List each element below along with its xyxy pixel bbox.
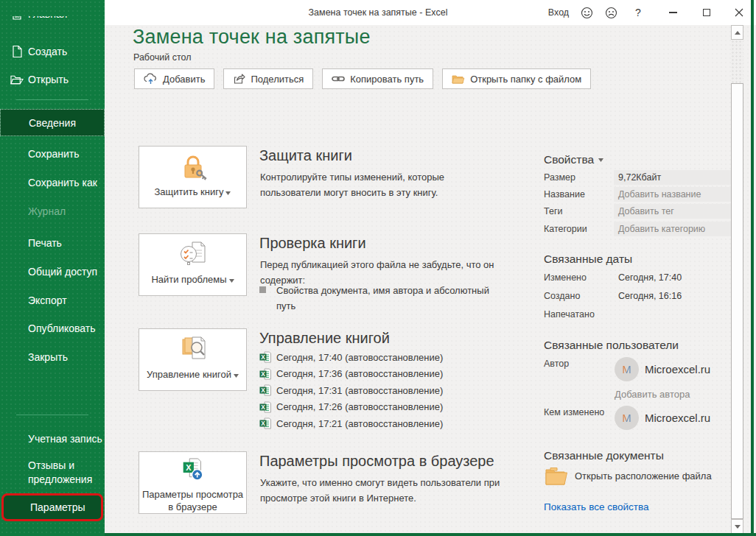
feedback-smile-icon[interactable] [579,0,594,25]
sidebar-item-label: Журнал [28,205,66,217]
sign-in-button[interactable]: Вход [544,0,573,25]
version-item[interactable]: X Сегодня, 17:36 (автовосстановление) [259,366,443,383]
share-button-label: Поделиться [251,74,304,85]
sidebar-item-label: Учетная запись [28,433,102,445]
version-item-label: Сегодня, 17:26 (автовосстановление) [276,401,443,412]
sidebar-item-info-selected[interactable]: Сведения [0,109,105,136]
sidebar-divider [16,99,88,100]
sidebar-item-save-as[interactable]: Сохранить как [0,174,105,191]
manage-workbook-button[interactable]: Управление книгой [139,328,247,391]
property-label-tags: Теги [544,206,562,216]
version-item[interactable]: X Сегодня, 17:40 (автовосстановление) [259,349,443,366]
open-file-location-button[interactable]: Открыть расположение файла [545,467,712,485]
upload-button[interactable]: Добавить [134,68,214,89]
property-value-size: 9,72Кбайт [614,170,741,185]
backstage-sidebar: Главная Создать Открыть Сведения Сохрани… [0,0,105,536]
version-item[interactable]: X Сегодня, 17:21 (автовосстановление) [259,415,443,432]
version-item-label: Сегодня, 17:40 (автовосстановление) [276,352,443,363]
sidebar-item-label: Создать [28,46,67,57]
manage-workbook-label-text: Управление книгой [147,369,231,380]
date-label-printed: Напечатано [544,309,595,320]
bullet-square-icon [259,286,266,293]
sidebar-item-label: Сохранить [28,148,80,160]
sidebar-item-account[interactable]: Учетная запись [0,430,105,448]
close-button[interactable] [724,0,755,25]
sidebar-item-label: Закрыть [28,351,68,363]
modified-by-person[interactable]: M Microexcel.ru [615,406,710,430]
modified-by-label: Кем изменено [544,407,604,417]
open-file-folder-button[interactable]: Открыть папку с файлом [442,68,591,89]
sidebar-item-options-highlighted[interactable]: Параметры [1,493,103,521]
sidebar-item-publish[interactable]: Опубликовать [0,320,105,337]
svg-text:X: X [261,370,265,377]
date-value-created: Сегодня, 16:16 [618,291,682,301]
author-name: Microexcel.ru [645,363,710,375]
version-item[interactable]: X Сегодня, 17:31 (автовосстановление) [259,382,443,399]
inspect-bullet-item: Свойства документа, имя автора и абсолют… [259,283,495,314]
copy-path-button-label: Копировать путь [350,74,424,85]
browser-section-description: Укажите, что именно смогут видеть пользо… [260,475,518,506]
close-icon [735,8,743,17]
properties-heading[interactable]: Свойства [544,152,603,166]
scrollbar-up-button[interactable] [731,25,743,40]
sidebar-item-save[interactable]: Сохранить [0,145,105,163]
sidebar-item-label: Сохранить как [28,177,97,188]
author-person[interactable]: M Microexcel.ru [615,357,710,381]
folder-icon [545,467,567,485]
sidebar-item-feedback[interactable]: Отзывы и предложения [0,458,105,487]
property-label-size: Размер [544,172,575,183]
browser-view-icon: X [176,458,210,486]
manage-section-title: Управление книгой [259,330,390,347]
sidebar-item-label: Отзывы и предложения [28,459,99,487]
upload-button-label: Добавить [163,74,205,85]
protect-section-title: Защита книги [259,147,352,164]
open-file-location-label: Открыть расположение файла [575,470,712,482]
maximize-button[interactable] [690,0,724,25]
property-label-categories: Категории [544,224,587,234]
protect-workbook-button[interactable]: Защитить книгу [139,146,247,208]
link-icon [332,74,345,83]
chevron-down-icon [598,152,603,165]
scrollbar-track[interactable] [731,40,743,83]
scrollbar-down-button[interactable] [731,519,743,535]
avatar: M [615,357,639,381]
property-label-title: Название [544,189,585,200]
copy-path-button[interactable]: Копировать путь [322,68,433,89]
help-button[interactable]: ? [631,0,645,25]
sidebar-item-export[interactable]: Экспорт [0,292,105,309]
feedback-frown-icon[interactable] [603,0,618,25]
sidebar-item-close[interactable]: Закрыть [0,348,105,366]
folder-icon [452,74,465,84]
svg-text:X: X [261,387,265,394]
protect-workbook-label-text: Защитить книгу [155,186,224,197]
author-label: Автор [544,359,569,369]
sidebar-item-print[interactable]: Печать [0,234,105,252]
version-item[interactable]: X Сегодня, 17:26 (автовосстановление) [259,399,443,416]
share-button[interactable]: Поделиться [223,68,313,89]
sidebar-divider [16,415,88,415]
sidebar-item-share[interactable]: Общий доступ [0,263,105,281]
minimize-button[interactable] [656,0,690,25]
scrollbar-thumb[interactable] [731,83,743,519]
check-for-issues-button[interactable]: Найти проблемы [139,233,247,296]
property-field-tags[interactable]: Добавить тег [614,204,741,219]
window-border-bottom [105,533,756,536]
backstage-info-pane: Замена точек на запятые Рабочий стол Доб… [105,25,756,536]
add-author-field[interactable]: Добавить автора [615,389,690,400]
property-field-categories[interactable]: Добавить категорию [614,222,741,236]
sidebar-item-open[interactable]: Открыть [0,71,105,88]
show-all-properties-link[interactable]: Показать все свойства [544,501,648,512]
svg-text:X: X [261,403,265,410]
sidebar-item-create[interactable]: Создать [0,43,105,60]
new-document-icon [10,45,24,58]
document-action-bar: Добавить Поделиться Копировать путь Откр… [134,68,591,89]
lock-key-icon [176,152,210,183]
date-label-modified: Изменено [544,272,587,283]
protect-section-description: Контролируйте типы изменений, которые по… [260,169,481,200]
related-dates-heading: Связанные даты [544,253,632,266]
check-for-issues-label: Найти проблемы [151,273,234,286]
property-field-title[interactable]: Добавить название [614,187,741,202]
properties-heading-text: Свойства [544,153,594,166]
svg-text:X: X [261,353,265,361]
browser-view-options-button[interactable]: X Параметры просмотра в браузере [139,451,247,514]
